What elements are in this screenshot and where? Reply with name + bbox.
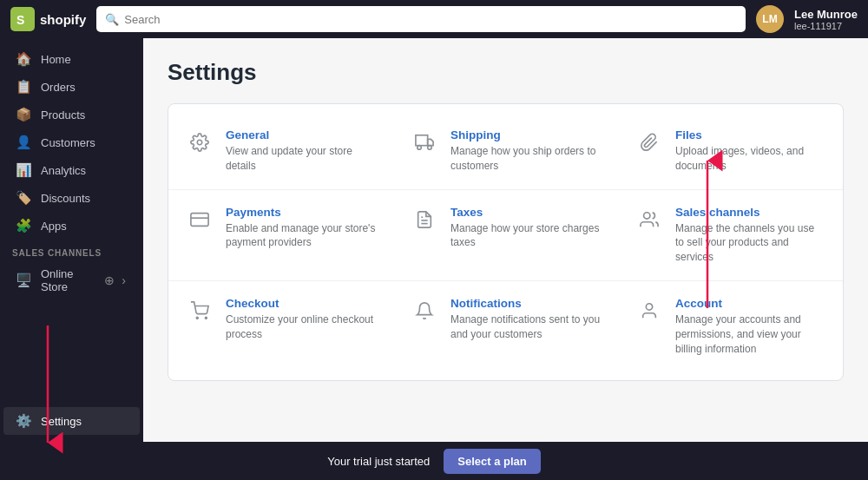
online-store-expand-button[interactable]: › bbox=[120, 272, 128, 289]
sidebar-item-discounts[interactable]: 🏷️ Discounts bbox=[3, 184, 140, 212]
shopify-logo[interactable]: S shopify bbox=[10, 7, 86, 31]
settings-card: General View and update your store detai… bbox=[168, 103, 844, 381]
general-description: View and update your store details bbox=[226, 144, 376, 174]
sidebar-item-customers[interactable]: 👤 Customers bbox=[3, 128, 140, 156]
settings-item-files[interactable]: Files Upload images, videos, and documen… bbox=[618, 113, 843, 190]
settings-grid: General View and update your store detai… bbox=[168, 113, 843, 372]
search-bar[interactable]: 🔍 bbox=[96, 6, 746, 32]
page-title: Settings bbox=[168, 59, 844, 86]
main-layout: 🏠 Home 📋 Orders 📦 Products 👤 Customers 📊… bbox=[0, 38, 868, 442]
online-store-icon: 🖥️ bbox=[16, 273, 32, 288]
svg-point-13 bbox=[205, 317, 207, 319]
taxes-icon bbox=[411, 206, 438, 233]
settings-item-sales-channels[interactable]: Sales channels Manage the channels you u… bbox=[618, 190, 843, 281]
products-icon: 📦 bbox=[16, 107, 32, 122]
customers-icon: 👤 bbox=[16, 135, 32, 150]
settings-item-general[interactable]: General View and update your store detai… bbox=[168, 113, 393, 190]
shipping-title: Shipping bbox=[450, 128, 601, 141]
svg-point-5 bbox=[418, 146, 422, 150]
sidebar-item-analytics[interactable]: 📊 Analytics bbox=[3, 156, 140, 184]
svg-marker-4 bbox=[428, 139, 433, 145]
sidebar-item-orders[interactable]: 📋 Orders bbox=[3, 73, 140, 101]
avatar[interactable]: LM bbox=[756, 5, 784, 33]
sidebar-item-orders-label: Orders bbox=[41, 81, 76, 94]
account-icon bbox=[635, 297, 663, 325]
settings-item-account[interactable]: Account Manage your accounts and permiss… bbox=[618, 281, 843, 372]
sidebar-item-online-store[interactable]: 🖥️ Online Store ⊕ › bbox=[3, 261, 140, 299]
sidebar-item-home-label: Home bbox=[41, 53, 71, 66]
sidebar-item-analytics-label: Analytics bbox=[41, 164, 86, 177]
sidebar-settings-label: Settings bbox=[41, 415, 82, 428]
analytics-icon: 📊 bbox=[16, 162, 32, 178]
sidebar-item-home[interactable]: 🏠 Home bbox=[3, 45, 140, 73]
files-description: Upload images, videos, and documents bbox=[675, 144, 825, 174]
settings-item-taxes[interactable]: Taxes Manage how your store charges taxe… bbox=[393, 190, 618, 281]
sidebar-item-customers-label: Customers bbox=[41, 136, 95, 149]
settings-item-checkout[interactable]: Checkout Customize your online checkout … bbox=[168, 281, 393, 372]
payments-icon bbox=[186, 206, 214, 233]
svg-text:S: S bbox=[16, 13, 24, 27]
sales-channels-icon bbox=[635, 206, 663, 233]
trial-text: Your trial just started bbox=[327, 455, 430, 468]
sales-channels-section-label: SALES CHANNELS bbox=[0, 240, 143, 261]
settings-item-shipping[interactable]: Shipping Manage how you ship orders to c… bbox=[393, 113, 618, 190]
payments-text: Payments Enable and manage your store's … bbox=[226, 206, 376, 251]
online-store-left: 🖥️ Online Store bbox=[16, 267, 102, 293]
apps-icon: 🧩 bbox=[16, 218, 32, 233]
payments-title: Payments bbox=[226, 206, 376, 219]
sidebar-item-apps[interactable]: 🧩 Apps bbox=[3, 212, 140, 240]
sidebar-item-discounts-label: Discounts bbox=[41, 192, 90, 205]
general-title: General bbox=[226, 128, 376, 141]
online-store-add-button[interactable]: ⊕ bbox=[102, 272, 116, 289]
discounts-icon: 🏷️ bbox=[16, 190, 32, 206]
online-store-actions: ⊕ › bbox=[102, 272, 128, 289]
top-bar: S shopify 🔍 LM Lee Munroe lee-111917 bbox=[0, 0, 868, 38]
sidebar-item-apps-label: Apps bbox=[41, 220, 67, 233]
search-icon: 🔍 bbox=[105, 13, 119, 26]
sidebar-item-products[interactable]: 📦 Products bbox=[3, 101, 140, 128]
taxes-title: Taxes bbox=[450, 206, 601, 219]
settings-item-notifications[interactable]: Notifications Manage notifications sent … bbox=[393, 281, 618, 372]
payments-description: Enable and manage your store's payment p… bbox=[226, 221, 376, 251]
sales-channels-text: Sales channels Manage the channels you u… bbox=[675, 206, 825, 265]
svg-rect-7 bbox=[191, 213, 208, 226]
account-text: Account Manage your accounts and permiss… bbox=[675, 297, 825, 356]
svg-point-11 bbox=[644, 212, 650, 218]
user-name: Lee Munroe bbox=[794, 8, 858, 21]
taxes-text: Taxes Manage how your store charges taxe… bbox=[450, 206, 601, 251]
notifications-icon bbox=[411, 297, 438, 325]
sales-channels-description: Manage the channels you use to sell your… bbox=[675, 221, 825, 265]
user-id: lee-111917 bbox=[794, 21, 858, 31]
svg-point-12 bbox=[196, 317, 198, 319]
general-icon bbox=[186, 128, 214, 156]
user-info: Lee Munroe lee-111917 bbox=[794, 8, 858, 31]
svg-point-2 bbox=[197, 140, 202, 145]
search-input[interactable] bbox=[124, 13, 737, 26]
logo-text: shopify bbox=[40, 12, 86, 27]
files-icon bbox=[635, 128, 663, 156]
shopify-icon: S bbox=[10, 7, 35, 31]
shipping-text: Shipping Manage how you ship orders to c… bbox=[450, 128, 601, 174]
checkout-title: Checkout bbox=[226, 297, 376, 310]
online-store-label: Online Store bbox=[41, 267, 102, 293]
orders-icon: 📋 bbox=[16, 79, 32, 95]
checkout-icon bbox=[186, 297, 214, 325]
notifications-description: Manage notifications sent to you and you… bbox=[450, 312, 601, 342]
account-title: Account bbox=[675, 297, 825, 310]
sidebar-item-products-label: Products bbox=[41, 108, 85, 122]
account-description: Manage your accounts and permissions, an… bbox=[675, 312, 825, 356]
checkout-text: Checkout Customize your online checkout … bbox=[226, 297, 376, 342]
settings-icon: ⚙️ bbox=[16, 413, 32, 429]
files-text: Files Upload images, videos, and documen… bbox=[675, 128, 825, 174]
settings-item-payments[interactable]: Payments Enable and manage your store's … bbox=[168, 190, 393, 281]
home-icon: 🏠 bbox=[16, 51, 32, 67]
files-title: Files bbox=[675, 128, 825, 141]
bottom-bar: Your trial just started Select a plan bbox=[0, 442, 868, 480]
taxes-description: Manage how your store charges taxes bbox=[450, 221, 601, 251]
notifications-title: Notifications bbox=[450, 297, 601, 310]
svg-point-14 bbox=[646, 304, 652, 310]
sidebar-item-settings[interactable]: ⚙️ Settings bbox=[3, 407, 140, 435]
svg-rect-3 bbox=[416, 135, 428, 146]
sales-channels-title: Sales channels bbox=[675, 206, 825, 219]
select-plan-button[interactable]: Select a plan bbox=[444, 449, 540, 474]
